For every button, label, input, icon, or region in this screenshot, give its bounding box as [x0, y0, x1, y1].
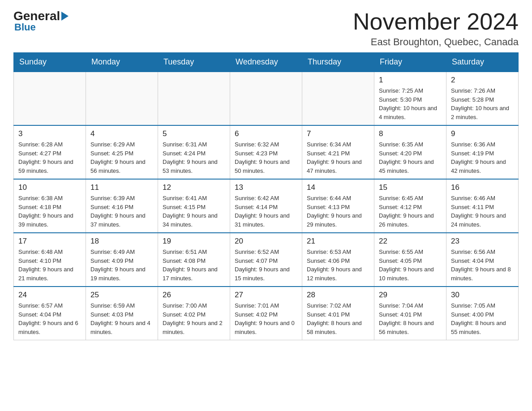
calendar-cell	[86, 72, 158, 125]
day-number: 27	[235, 291, 297, 300]
calendar-header-row: SundayMondayTuesdayWednesdayThursdayFrid…	[14, 53, 519, 72]
day-number: 11	[90, 183, 153, 192]
calendar-cell	[14, 72, 86, 125]
column-header-monday: Monday	[86, 53, 158, 72]
day-info: Sunrise: 6:55 AM Sunset: 4:05 PM Dayligh…	[379, 248, 442, 283]
day-info: Sunrise: 6:59 AM Sunset: 4:03 PM Dayligh…	[90, 301, 153, 336]
logo-blue: Blue	[14, 21, 36, 33]
week-row-3: 10Sunrise: 6:38 AM Sunset: 4:18 PM Dayli…	[14, 179, 519, 233]
column-header-tuesday: Tuesday	[158, 53, 230, 72]
calendar-cell: 10Sunrise: 6:38 AM Sunset: 4:18 PM Dayli…	[14, 179, 86, 233]
day-info: Sunrise: 7:26 AM Sunset: 5:28 PM Dayligh…	[451, 86, 514, 121]
calendar-cell: 27Sunrise: 7:01 AM Sunset: 4:02 PM Dayli…	[230, 287, 302, 340]
calendar-cell	[230, 72, 302, 125]
column-header-thursday: Thursday	[302, 53, 374, 72]
day-info: Sunrise: 6:41 AM Sunset: 4:15 PM Dayligh…	[163, 194, 225, 229]
week-row-2: 3Sunrise: 6:28 AM Sunset: 4:27 PM Daylig…	[14, 125, 519, 179]
calendar-cell	[158, 72, 230, 125]
calendar-cell: 23Sunrise: 6:56 AM Sunset: 4:04 PM Dayli…	[446, 233, 519, 287]
calendar-cell: 21Sunrise: 6:53 AM Sunset: 4:06 PM Dayli…	[302, 233, 374, 287]
calendar-cell: 16Sunrise: 6:46 AM Sunset: 4:11 PM Dayli…	[446, 179, 519, 233]
calendar-cell: 2Sunrise: 7:26 AM Sunset: 5:28 PM Daylig…	[446, 72, 519, 125]
day-number: 26	[163, 291, 225, 300]
day-number: 10	[18, 183, 81, 192]
calendar-cell: 5Sunrise: 6:31 AM Sunset: 4:24 PM Daylig…	[158, 125, 230, 179]
calendar-cell: 11Sunrise: 6:39 AM Sunset: 4:16 PM Dayli…	[86, 179, 158, 233]
day-number: 6	[235, 129, 297, 138]
calendar-cell: 13Sunrise: 6:42 AM Sunset: 4:14 PM Dayli…	[230, 179, 302, 233]
day-info: Sunrise: 6:44 AM Sunset: 4:13 PM Dayligh…	[307, 194, 369, 229]
month-title: November 2024	[353, 9, 519, 34]
week-row-5: 24Sunrise: 6:57 AM Sunset: 4:04 PM Dayli…	[14, 287, 519, 340]
day-number: 2	[451, 76, 514, 85]
day-info: Sunrise: 6:56 AM Sunset: 4:04 PM Dayligh…	[451, 248, 514, 283]
calendar-cell: 20Sunrise: 6:52 AM Sunset: 4:07 PM Dayli…	[230, 233, 302, 287]
day-info: Sunrise: 6:53 AM Sunset: 4:06 PM Dayligh…	[307, 248, 369, 283]
day-info: Sunrise: 6:46 AM Sunset: 4:11 PM Dayligh…	[451, 194, 514, 229]
calendar-cell: 22Sunrise: 6:55 AM Sunset: 4:05 PM Dayli…	[374, 233, 446, 287]
day-info: Sunrise: 6:36 AM Sunset: 4:19 PM Dayligh…	[451, 140, 514, 175]
day-info: Sunrise: 6:28 AM Sunset: 4:27 PM Dayligh…	[18, 140, 81, 175]
day-number: 25	[90, 291, 153, 300]
day-info: Sunrise: 6:34 AM Sunset: 4:21 PM Dayligh…	[307, 140, 369, 175]
calendar-table: SundayMondayTuesdayWednesdayThursdayFrid…	[13, 52, 519, 340]
day-number: 8	[379, 129, 442, 138]
day-info: Sunrise: 6:31 AM Sunset: 4:24 PM Dayligh…	[163, 140, 225, 175]
day-info: Sunrise: 6:42 AM Sunset: 4:14 PM Dayligh…	[235, 194, 297, 229]
day-number: 29	[379, 291, 442, 300]
calendar-cell: 29Sunrise: 7:04 AM Sunset: 4:01 PM Dayli…	[374, 287, 446, 340]
day-number: 14	[307, 183, 369, 192]
calendar-cell	[302, 72, 374, 125]
day-info: Sunrise: 6:32 AM Sunset: 4:23 PM Dayligh…	[235, 140, 297, 175]
day-number: 23	[451, 237, 514, 246]
day-number: 15	[379, 183, 442, 192]
day-info: Sunrise: 6:38 AM Sunset: 4:18 PM Dayligh…	[18, 194, 81, 229]
day-number: 20	[235, 237, 297, 246]
column-header-wednesday: Wednesday	[230, 53, 302, 72]
logo-arrow-icon	[61, 12, 69, 21]
calendar-cell: 14Sunrise: 6:44 AM Sunset: 4:13 PM Dayli…	[302, 179, 374, 233]
calendar-cell: 15Sunrise: 6:45 AM Sunset: 4:12 PM Dayli…	[374, 179, 446, 233]
logo: General Blue	[13, 9, 70, 33]
calendar-cell: 18Sunrise: 6:49 AM Sunset: 4:09 PM Dayli…	[86, 233, 158, 287]
day-number: 9	[451, 129, 514, 138]
day-info: Sunrise: 7:25 AM Sunset: 5:30 PM Dayligh…	[379, 86, 442, 121]
day-number: 30	[451, 291, 514, 300]
calendar-cell: 8Sunrise: 6:35 AM Sunset: 4:20 PM Daylig…	[374, 125, 446, 179]
day-number: 5	[163, 129, 225, 138]
calendar-cell: 28Sunrise: 7:02 AM Sunset: 4:01 PM Dayli…	[302, 287, 374, 340]
day-info: Sunrise: 6:52 AM Sunset: 4:07 PM Dayligh…	[235, 248, 297, 283]
day-info: Sunrise: 6:48 AM Sunset: 4:10 PM Dayligh…	[18, 248, 81, 283]
day-number: 21	[307, 237, 369, 246]
day-number: 1	[379, 76, 442, 85]
day-number: 4	[90, 129, 153, 138]
day-number: 3	[18, 129, 81, 138]
day-info: Sunrise: 7:00 AM Sunset: 4:02 PM Dayligh…	[163, 301, 225, 336]
day-info: Sunrise: 6:29 AM Sunset: 4:25 PM Dayligh…	[90, 140, 153, 175]
column-header-sunday: Sunday	[14, 53, 86, 72]
calendar-cell: 24Sunrise: 6:57 AM Sunset: 4:04 PM Dayli…	[14, 287, 86, 340]
calendar-cell: 7Sunrise: 6:34 AM Sunset: 4:21 PM Daylig…	[302, 125, 374, 179]
calendar-cell: 26Sunrise: 7:00 AM Sunset: 4:02 PM Dayli…	[158, 287, 230, 340]
calendar-cell: 9Sunrise: 6:36 AM Sunset: 4:19 PM Daylig…	[446, 125, 519, 179]
day-info: Sunrise: 6:39 AM Sunset: 4:16 PM Dayligh…	[90, 194, 153, 229]
day-info: Sunrise: 7:05 AM Sunset: 4:00 PM Dayligh…	[451, 301, 514, 336]
week-row-4: 17Sunrise: 6:48 AM Sunset: 4:10 PM Dayli…	[14, 233, 519, 287]
day-number: 24	[18, 291, 81, 300]
day-number: 17	[18, 237, 81, 246]
calendar-cell: 12Sunrise: 6:41 AM Sunset: 4:15 PM Dayli…	[158, 179, 230, 233]
calendar-cell: 1Sunrise: 7:25 AM Sunset: 5:30 PM Daylig…	[374, 72, 446, 125]
day-number: 7	[307, 129, 369, 138]
day-info: Sunrise: 6:45 AM Sunset: 4:12 PM Dayligh…	[379, 194, 442, 229]
calendar-cell: 19Sunrise: 6:51 AM Sunset: 4:08 PM Dayli…	[158, 233, 230, 287]
calendar-cell: 30Sunrise: 7:05 AM Sunset: 4:00 PM Dayli…	[446, 287, 519, 340]
day-info: Sunrise: 6:49 AM Sunset: 4:09 PM Dayligh…	[90, 248, 153, 283]
day-info: Sunrise: 6:57 AM Sunset: 4:04 PM Dayligh…	[18, 301, 81, 336]
day-info: Sunrise: 7:04 AM Sunset: 4:01 PM Dayligh…	[379, 301, 442, 336]
calendar-cell: 3Sunrise: 6:28 AM Sunset: 4:27 PM Daylig…	[14, 125, 86, 179]
calendar-cell: 25Sunrise: 6:59 AM Sunset: 4:03 PM Dayli…	[86, 287, 158, 340]
week-row-1: 1Sunrise: 7:25 AM Sunset: 5:30 PM Daylig…	[14, 72, 519, 125]
day-number: 16	[451, 183, 514, 192]
calendar-cell: 6Sunrise: 6:32 AM Sunset: 4:23 PM Daylig…	[230, 125, 302, 179]
day-number: 13	[235, 183, 297, 192]
